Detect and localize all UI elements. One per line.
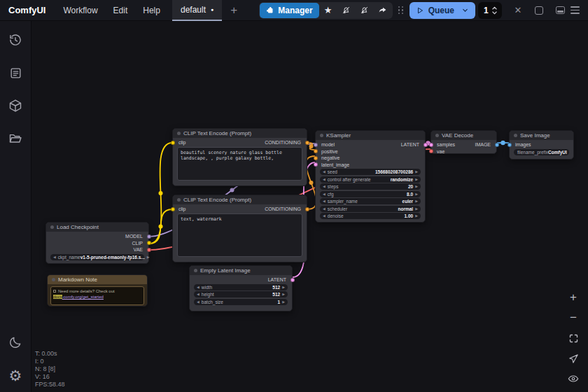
zoom-out-button[interactable]: − [566, 312, 581, 324]
node-markdown-note[interactable]: Markdown Note Need more details? Check o… [47, 274, 148, 307]
node-ksampler[interactable]: KSampler model LATENT positive negative … [315, 130, 426, 223]
widget-filename-prefix[interactable]: filename_prefix ComfyUI [514, 149, 569, 155]
notification-off-icon-2[interactable] [356, 3, 374, 18]
stop-button[interactable] [528, 2, 550, 19]
widget-ckpt-name[interactable]: ◀ ckpt_name v1-5-pruned-emaonly-fp16.s..… [50, 254, 144, 260]
collapse-dot-icon[interactable] [177, 198, 181, 202]
increment-icon[interactable]: ▶ [282, 299, 285, 305]
graph-canvas[interactable]: Load Checkpoint MODEL CLIP VAE ◀ ckpt_na… [0, 0, 588, 392]
decrement-icon[interactable]: ◀ [323, 183, 326, 190]
workflow-tab-default[interactable]: default ● [172, 0, 222, 21]
menu-edit[interactable]: Edit [106, 6, 136, 15]
widget-width[interactable]: ◀ width 512 ▶ [194, 284, 288, 290]
node-clip-text-encode-positive[interactable]: CLIP Text Encode (Prompt) clip CONDITION… [172, 128, 307, 186]
collapse-dot-icon[interactable] [194, 269, 197, 272]
sidebar-queue-history-button[interactable] [8, 32, 23, 48]
input-port-clip[interactable] [171, 141, 175, 145]
input-port-positive[interactable] [314, 149, 318, 153]
zoom-in-button[interactable]: + [566, 291, 581, 304]
decrement-icon[interactable]: ◀ [323, 198, 326, 204]
decrement-icon[interactable]: ◀ [323, 206, 326, 212]
increment-icon[interactable]: ▶ [415, 191, 418, 197]
output-port-clip[interactable] [147, 241, 151, 245]
manager-button[interactable]: Manager [260, 3, 318, 18]
menu-workflow[interactable]: Workflow [55, 6, 105, 15]
widget-seed[interactable]: ◀ seed 156680208700286 ▶ [320, 169, 421, 175]
increment-icon[interactable]: ▶ [415, 169, 418, 175]
increment-icon[interactable]: ▶ [282, 284, 285, 290]
collapse-dot-icon[interactable] [514, 134, 517, 137]
toggle-visibility-button[interactable] [566, 372, 581, 385]
widget-batch-size[interactable]: ◀ batch_size 1 ▶ [194, 299, 288, 305]
decrement-icon[interactable]: ◀ [197, 284, 200, 290]
notification-off-icon[interactable] [337, 3, 356, 18]
sidebar-model-library-button[interactable] [8, 98, 23, 113]
increment-icon[interactable]: ▶ [415, 176, 418, 183]
output-port-latent[interactable] [290, 278, 295, 282]
prompt-textarea[interactable]: text, watermark [177, 214, 302, 257]
node-header[interactable]: Load Checkpoint [46, 223, 148, 232]
increment-icon[interactable]: ▶ [415, 198, 418, 204]
queue-button[interactable]: Queue [410, 2, 475, 19]
chevron-down-icon[interactable] [491, 10, 498, 15]
new-workflow-button[interactable]: + [222, 4, 246, 18]
input-port-samples[interactable] [429, 143, 433, 147]
node-header[interactable]: Save Image [510, 131, 573, 140]
input-port-vae[interactable] [429, 149, 433, 153]
widget-sampler-name[interactable]: ◀ sampler_name euler ▶ [320, 198, 421, 204]
decrement-icon[interactable]: ◀ [197, 299, 200, 305]
select-mode-button[interactable] [566, 352, 581, 365]
increment-icon[interactable]: ▶ [415, 213, 418, 219]
node-vae-decode[interactable]: VAE Decode samples IMAGE vae [430, 130, 497, 154]
collapse-dot-icon[interactable] [320, 134, 323, 137]
theme-toggle-button[interactable] [8, 335, 23, 350]
decrement-icon[interactable]: ◀ [53, 254, 56, 260]
sidebar-workflows-button[interactable] [8, 131, 23, 146]
widget-steps[interactable]: ◀ steps 20 ▶ [320, 183, 421, 190]
node-header[interactable]: Markdown Note [48, 275, 147, 284]
widget-denoise[interactable]: ◀ denoise 1.00 ▶ [320, 213, 421, 219]
increment-icon[interactable]: ▶ [147, 254, 150, 260]
fit-view-button[interactable] [566, 332, 581, 344]
chevron-up-icon[interactable] [491, 6, 498, 10]
output-port-conditioning[interactable] [305, 207, 309, 211]
input-port-model[interactable] [314, 143, 318, 147]
node-load-checkpoint[interactable]: Load Checkpoint MODEL CLIP VAE ◀ ckpt_na… [46, 222, 149, 264]
widget-cfg[interactable]: ◀ cfg 8.0 ▶ [320, 191, 421, 197]
output-port-latent[interactable] [424, 143, 428, 147]
decrement-icon[interactable]: ◀ [323, 169, 326, 175]
collapse-dot-icon[interactable] [435, 134, 439, 137]
note-text[interactable]: Need more details? Check out docs.comfy.… [50, 286, 144, 305]
output-port-vae[interactable] [147, 248, 151, 252]
collapse-dot-icon[interactable] [52, 278, 55, 281]
node-clip-text-encode-negative[interactable]: CLIP Text Encode (Prompt) clip CONDITION… [172, 195, 307, 262]
decrement-icon[interactable]: ◀ [323, 176, 326, 183]
decrement-icon[interactable]: ◀ [197, 291, 200, 298]
node-header[interactable]: VAE Decode [431, 131, 496, 140]
sidebar-node-library-button[interactable] [8, 65, 23, 80]
input-port-negative[interactable] [314, 156, 318, 160]
output-port-image[interactable] [495, 143, 499, 147]
input-port-images[interactable] [507, 143, 512, 147]
output-port-conditioning[interactable] [305, 141, 309, 145]
interrupt-button[interactable]: ✕ [507, 2, 528, 19]
main-menu-button[interactable] [570, 6, 580, 13]
widget-control-after-generate[interactable]: ◀ control after generate randomize ▶ [320, 176, 421, 183]
node-empty-latent-image[interactable]: Empty Latent Image LATENT ◀ width 512 ▶ … [189, 265, 293, 312]
share-button[interactable] [374, 3, 392, 18]
increment-icon[interactable]: ▶ [282, 291, 285, 298]
note-link[interactable]: .comfy.org/get_started [62, 295, 104, 299]
node-header[interactable]: CLIP Text Encode (Prompt) [173, 129, 307, 138]
star-icon[interactable]: ★ [319, 3, 337, 18]
widget-scheduler[interactable]: ◀ scheduler normal ▶ [320, 206, 421, 212]
node-save-image[interactable]: Save Image images filename_prefix ComfyU… [509, 130, 574, 160]
toolbar-drag-handle[interactable] [398, 6, 404, 15]
node-header[interactable]: CLIP Text Encode (Prompt) [173, 195, 307, 204]
note-link-highlight[interactable]: docs [53, 295, 62, 299]
bottom-panel-toggle[interactable] [550, 2, 570, 19]
decrement-icon[interactable]: ◀ [323, 191, 326, 197]
node-header[interactable]: Empty Latent Image [190, 266, 292, 275]
menu-help[interactable]: Help [135, 6, 168, 15]
collapse-dot-icon[interactable] [50, 225, 54, 229]
increment-icon[interactable]: ▶ [415, 183, 418, 190]
